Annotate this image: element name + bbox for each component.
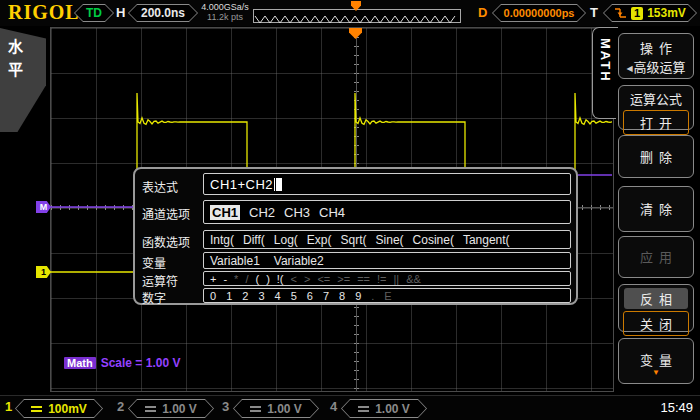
op-or[interactable]: || (393, 273, 399, 285)
math-channel-marker[interactable]: M (36, 201, 51, 213)
variables-label: 变量 (142, 254, 166, 271)
operation-mode-button[interactable]: 操作 ◀高级运算 (618, 33, 694, 79)
apply-button[interactable]: 应用 (618, 236, 694, 278)
op-lt[interactable]: < (291, 273, 297, 285)
op-plus[interactable]: + (210, 273, 216, 285)
operators-label: 运算符 (142, 272, 178, 289)
ch1-badge[interactable]: 100mV (15, 399, 103, 418)
op-div[interactable]: / (245, 273, 248, 285)
clear-button[interactable]: 清除 (618, 186, 694, 232)
channel-option-ch4[interactable]: CH4 (319, 205, 345, 220)
ch2-coupling-icon (145, 406, 156, 412)
function-intg[interactable]: Intg( (210, 233, 234, 247)
function-exp[interactable]: Exp( (307, 233, 332, 247)
ch4-coupling-icon (358, 406, 369, 412)
function-tangent[interactable]: Tangent( (463, 233, 510, 247)
clock: 15:49 (660, 400, 693, 415)
oscilloscope-screen: RIGOL TD H 200.0ns 4.000GSa/s 11.2k pts … (0, 0, 700, 420)
memory-waveform-icon (254, 14, 458, 24)
channel-status-bar: 1 100mV 2 1.00 V 3 1.00 V 4 1.00 V (0, 395, 700, 420)
function-sine[interactable]: Sine( (376, 233, 404, 247)
memory-position-bar[interactable] (253, 9, 461, 23)
channel-option-ch1[interactable]: CH1 (210, 205, 240, 220)
delete-button[interactable]: 删除 (618, 135, 694, 178)
op-gt[interactable]: > (304, 273, 310, 285)
ch2-badge[interactable]: 1.00 V (128, 399, 214, 418)
function-cosine[interactable]: Cosine( (413, 233, 454, 247)
trigger-status-badge: TD (74, 4, 114, 22)
function-options-label: 函数选项 (142, 233, 190, 250)
function-sqrt[interactable]: Sqrt( (341, 233, 367, 247)
formula-label: 运算公式 (619, 89, 693, 108)
op-le[interactable]: <= (317, 273, 330, 285)
trigger-badge[interactable]: 1 153mV (603, 4, 697, 22)
ch3-scale: 1.00 V (267, 402, 302, 416)
function-diff[interactable]: Diff( (243, 233, 265, 247)
digits-box: 0 1 2 3 4 5 6 7 8 9 . E (203, 288, 571, 303)
trigger-level: 153mV (647, 6, 686, 20)
digit-dot[interactable]: . (371, 290, 374, 302)
ch3-number: 3 (222, 399, 229, 414)
horizontal-tab-label: 水平 (8, 35, 24, 82)
digit-0[interactable]: 0 (210, 290, 216, 302)
expression-label: 表达式 (142, 178, 178, 195)
channel-options-label: 通道选项 (142, 205, 190, 222)
ch4-badge[interactable]: 1.00 V (341, 399, 427, 418)
digit-5[interactable]: 5 (291, 290, 297, 302)
digit-6[interactable]: 6 (307, 290, 313, 302)
math-scale-readout: Math Scale = 1.00 V (64, 356, 180, 370)
op-rparen[interactable]: ) (266, 273, 270, 285)
op-lparen[interactable]: ( (255, 273, 259, 285)
op-ge[interactable]: >= (337, 273, 350, 285)
ch3-badge[interactable]: 1.00 V (233, 399, 319, 418)
digit-3[interactable]: 3 (258, 290, 264, 302)
digit-8[interactable]: 8 (339, 290, 345, 302)
ch1-coupling-icon (31, 406, 42, 412)
operators-box: + - * / ( ) !( < > <= >= == != || && (203, 271, 571, 286)
text-cursor-block (276, 178, 282, 191)
horizontal-menu-tab[interactable]: 水平 (0, 28, 46, 132)
trigger-label: T (590, 5, 598, 20)
op-and[interactable]: && (406, 273, 421, 285)
delete-label: 删除 (619, 136, 693, 179)
op-minus[interactable]: - (223, 273, 227, 285)
math-expression-dialog: 表达式 CH1+CH2 通道选项 CH1 CH2 CH3 CH4 函数选项 In… (133, 167, 578, 305)
delay-label: D (478, 5, 487, 20)
operation-value: 高级运算 (634, 60, 686, 75)
channel-option-ch3[interactable]: CH3 (284, 205, 310, 220)
op-eq[interactable]: == (357, 273, 370, 285)
invert-button[interactable]: 反相 关闭 (618, 284, 694, 332)
delay-value: 0.00000000ps (504, 7, 575, 19)
digit-1[interactable]: 1 (226, 290, 232, 302)
function-log[interactable]: Log( (274, 233, 298, 247)
trigger-status: TD (86, 6, 102, 20)
digit-7[interactable]: 7 (323, 290, 329, 302)
timebase-badge[interactable]: 200.0ns (128, 4, 198, 22)
math-scale-text: Scale = 1.00 V (101, 356, 181, 370)
op-not[interactable]: !( (277, 273, 284, 285)
channel-option-ch2[interactable]: CH2 (249, 205, 275, 220)
math-scale-badge: Math (64, 357, 96, 369)
ch4-scale: 1.00 V (375, 402, 410, 416)
horizontal-label: H (116, 5, 125, 20)
variable1-option[interactable]: Variable1 (210, 254, 260, 268)
op-ne[interactable]: != (377, 273, 386, 285)
digit-4[interactable]: 4 (275, 290, 281, 302)
channel-options-box: CH1 CH2 CH3 CH4 (203, 200, 571, 224)
variable2-option[interactable]: Variable2 (274, 254, 324, 268)
digit-e[interactable]: E (384, 290, 391, 302)
op-mul[interactable]: * (234, 273, 238, 285)
expression-input[interactable]: CH1+CH2 (203, 173, 571, 195)
ch1-level-marker[interactable]: 1 (36, 266, 51, 278)
ch1-number: 1 (5, 399, 12, 414)
ch3-coupling-icon (250, 406, 261, 412)
formula-button[interactable]: 运算公式 打开 (618, 85, 694, 130)
digit-2[interactable]: 2 (242, 290, 248, 302)
delay-badge[interactable]: 0.00000000ps (492, 4, 586, 22)
function-options-box: Intg( Diff( Log( Exp( Sqrt( Sine( Cosine… (203, 230, 571, 249)
variable-button[interactable]: 变量 ▼ (618, 338, 694, 384)
math-menu-tab[interactable]: MATH (592, 27, 618, 119)
text-cursor-line (274, 178, 275, 191)
variables-box: Variable1 Variable2 (203, 252, 571, 269)
digit-9[interactable]: 9 (355, 290, 361, 302)
